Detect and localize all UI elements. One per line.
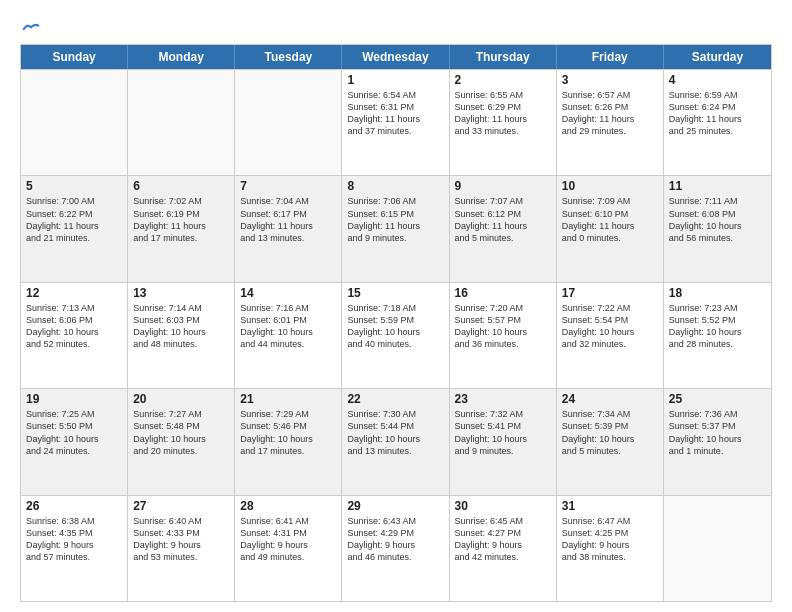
cell-line: Sunset: 4:33 PM — [133, 527, 229, 539]
cell-line: Daylight: 10 hours — [455, 433, 551, 445]
cell-line: and 5 minutes. — [455, 232, 551, 244]
day-number: 18 — [669, 286, 766, 300]
calendar-cell-day-9: 9Sunrise: 7:07 AMSunset: 6:12 PMDaylight… — [450, 176, 557, 281]
cell-line: Sunset: 6:24 PM — [669, 101, 766, 113]
day-number: 22 — [347, 392, 443, 406]
cell-line: and 33 minutes. — [455, 125, 551, 137]
cell-line: and 48 minutes. — [133, 338, 229, 350]
cell-line: and 40 minutes. — [347, 338, 443, 350]
cell-line: Sunset: 4:35 PM — [26, 527, 122, 539]
calendar-cell-day-10: 10Sunrise: 7:09 AMSunset: 6:10 PMDayligh… — [557, 176, 664, 281]
cell-line: and 36 minutes. — [455, 338, 551, 350]
cell-line: and 28 minutes. — [669, 338, 766, 350]
page: SundayMondayTuesdayWednesdayThursdayFrid… — [0, 0, 792, 612]
cell-line: and 5 minutes. — [562, 445, 658, 457]
cell-line: Sunrise: 7:13 AM — [26, 302, 122, 314]
cell-line: Daylight: 9 hours — [240, 539, 336, 551]
day-number: 24 — [562, 392, 658, 406]
cell-line: Sunset: 6:03 PM — [133, 314, 229, 326]
calendar-row-4: 19Sunrise: 7:25 AMSunset: 5:50 PMDayligh… — [21, 388, 771, 494]
cell-line: Daylight: 10 hours — [26, 433, 122, 445]
cell-line: Sunset: 5:39 PM — [562, 420, 658, 432]
cell-line: and 13 minutes. — [347, 445, 443, 457]
cell-line: Sunrise: 6:43 AM — [347, 515, 443, 527]
cell-line: and 29 minutes. — [562, 125, 658, 137]
calendar-cell-day-6: 6Sunrise: 7:02 AMSunset: 6:19 PMDaylight… — [128, 176, 235, 281]
cell-line: Daylight: 10 hours — [240, 433, 336, 445]
day-header-thursday: Thursday — [450, 45, 557, 69]
day-number: 4 — [669, 73, 766, 87]
cell-line: Daylight: 11 hours — [562, 220, 658, 232]
calendar-cell-day-15: 15Sunrise: 7:18 AMSunset: 5:59 PMDayligh… — [342, 283, 449, 388]
day-header-wednesday: Wednesday — [342, 45, 449, 69]
cell-line: Sunset: 6:12 PM — [455, 208, 551, 220]
cell-line: Sunrise: 7:06 AM — [347, 195, 443, 207]
cell-line: Sunrise: 6:59 AM — [669, 89, 766, 101]
cell-line: Daylight: 9 hours — [26, 539, 122, 551]
day-number: 23 — [455, 392, 551, 406]
cell-line: Sunrise: 6:57 AM — [562, 89, 658, 101]
calendar-cell-day-11: 11Sunrise: 7:11 AMSunset: 6:08 PMDayligh… — [664, 176, 771, 281]
calendar-header: SundayMondayTuesdayWednesdayThursdayFrid… — [21, 45, 771, 69]
calendar-cell-empty — [664, 496, 771, 601]
calendar-cell-day-24: 24Sunrise: 7:34 AMSunset: 5:39 PMDayligh… — [557, 389, 664, 494]
calendar-cell-day-20: 20Sunrise: 7:27 AMSunset: 5:48 PMDayligh… — [128, 389, 235, 494]
cell-line: Sunrise: 6:47 AM — [562, 515, 658, 527]
calendar-cell-day-29: 29Sunrise: 6:43 AMSunset: 4:29 PMDayligh… — [342, 496, 449, 601]
cell-line: and 21 minutes. — [26, 232, 122, 244]
cell-line: Daylight: 10 hours — [669, 220, 766, 232]
cell-line: and 44 minutes. — [240, 338, 336, 350]
calendar-cell-empty — [128, 70, 235, 175]
day-number: 1 — [347, 73, 443, 87]
day-number: 26 — [26, 499, 122, 513]
day-number: 20 — [133, 392, 229, 406]
calendar-cell-day-30: 30Sunrise: 6:45 AMSunset: 4:27 PMDayligh… — [450, 496, 557, 601]
cell-line: Daylight: 10 hours — [347, 433, 443, 445]
calendar-cell-day-17: 17Sunrise: 7:22 AMSunset: 5:54 PMDayligh… — [557, 283, 664, 388]
day-number: 15 — [347, 286, 443, 300]
cell-line: Sunset: 5:52 PM — [669, 314, 766, 326]
cell-line: Sunrise: 7:16 AM — [240, 302, 336, 314]
calendar-cell-day-26: 26Sunrise: 6:38 AMSunset: 4:35 PMDayligh… — [21, 496, 128, 601]
cell-line: Sunset: 5:57 PM — [455, 314, 551, 326]
cell-line: Sunrise: 7:23 AM — [669, 302, 766, 314]
cell-line: Sunset: 5:46 PM — [240, 420, 336, 432]
cell-line: Sunrise: 6:45 AM — [455, 515, 551, 527]
calendar-cell-day-14: 14Sunrise: 7:16 AMSunset: 6:01 PMDayligh… — [235, 283, 342, 388]
day-number: 7 — [240, 179, 336, 193]
calendar-cell-day-25: 25Sunrise: 7:36 AMSunset: 5:37 PMDayligh… — [664, 389, 771, 494]
cell-line: and 46 minutes. — [347, 551, 443, 563]
calendar-cell-day-31: 31Sunrise: 6:47 AMSunset: 4:25 PMDayligh… — [557, 496, 664, 601]
day-number: 6 — [133, 179, 229, 193]
calendar-cell-day-21: 21Sunrise: 7:29 AMSunset: 5:46 PMDayligh… — [235, 389, 342, 494]
day-header-sunday: Sunday — [21, 45, 128, 69]
cell-line: Sunrise: 7:30 AM — [347, 408, 443, 420]
cell-line: Daylight: 10 hours — [133, 326, 229, 338]
cell-line: Sunrise: 6:54 AM — [347, 89, 443, 101]
cell-line: Sunset: 5:50 PM — [26, 420, 122, 432]
cell-line: Sunrise: 6:38 AM — [26, 515, 122, 527]
day-number: 27 — [133, 499, 229, 513]
cell-line: Daylight: 10 hours — [455, 326, 551, 338]
cell-line: and 17 minutes. — [240, 445, 336, 457]
calendar-row-1: 1Sunrise: 6:54 AMSunset: 6:31 PMDaylight… — [21, 69, 771, 175]
cell-line: and 17 minutes. — [133, 232, 229, 244]
cell-line: Daylight: 11 hours — [347, 113, 443, 125]
cell-line: and 9 minutes. — [347, 232, 443, 244]
cell-line: Daylight: 10 hours — [347, 326, 443, 338]
cell-line: Sunset: 4:27 PM — [455, 527, 551, 539]
cell-line: Sunrise: 7:09 AM — [562, 195, 658, 207]
cell-line: and 0 minutes. — [562, 232, 658, 244]
cell-line: Daylight: 11 hours — [562, 113, 658, 125]
calendar-cell-day-13: 13Sunrise: 7:14 AMSunset: 6:03 PMDayligh… — [128, 283, 235, 388]
cell-line: Sunrise: 7:11 AM — [669, 195, 766, 207]
cell-line: Sunset: 5:59 PM — [347, 314, 443, 326]
day-number: 13 — [133, 286, 229, 300]
cell-line: Sunrise: 7:34 AM — [562, 408, 658, 420]
cell-line: Sunrise: 7:07 AM — [455, 195, 551, 207]
day-header-tuesday: Tuesday — [235, 45, 342, 69]
cell-line: Sunset: 6:19 PM — [133, 208, 229, 220]
cell-line: Sunrise: 6:41 AM — [240, 515, 336, 527]
cell-line: Daylight: 10 hours — [26, 326, 122, 338]
day-number: 30 — [455, 499, 551, 513]
